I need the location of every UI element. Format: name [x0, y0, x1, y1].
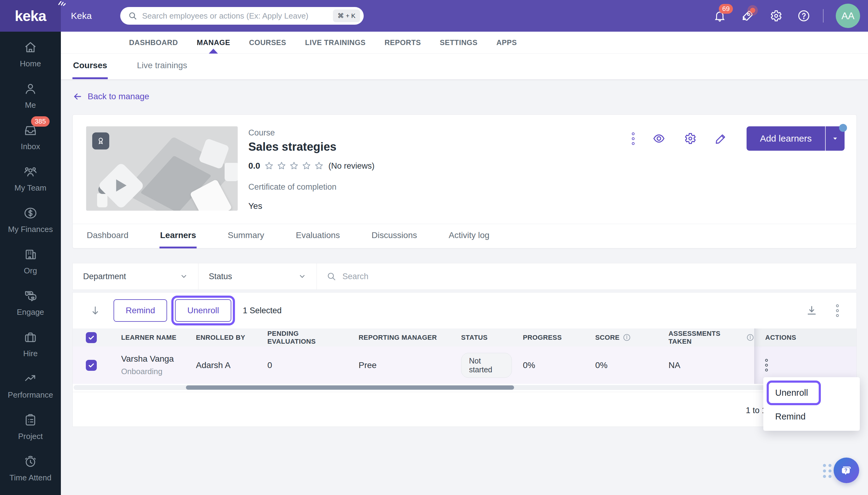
subtab-courses[interactable]: Courses: [72, 54, 108, 79]
column-header-score[interactable]: SCORE: [584, 328, 658, 346]
sidebar-item-org[interactable]: Org: [0, 240, 61, 282]
nav-tab-courses[interactable]: COURSES: [249, 32, 286, 54]
table-header: LEARNER NAME ENROLLED BY PENDING EVALUAT…: [73, 328, 856, 346]
home-icon: [23, 40, 38, 55]
nav-tab-reports[interactable]: REPORTS: [384, 32, 421, 54]
course-settings-button[interactable]: [683, 132, 697, 145]
table-footer: 1 to 1: [73, 392, 856, 428]
reviews-count: (No reviews): [328, 161, 375, 171]
column-header-pending-evaluations[interactable]: PENDING EVALUATIONS: [257, 328, 348, 346]
whats-new-button[interactable]: [741, 9, 755, 23]
sidebar-item-project[interactable]: Project: [0, 406, 61, 447]
avatar[interactable]: AA: [836, 4, 860, 28]
nav-tab-live-trainings[interactable]: LIVE TRAININGS: [305, 32, 366, 54]
back-to-manage-link[interactable]: Back to manage: [72, 91, 149, 102]
score-cell: 0%: [584, 346, 658, 384]
menu-item-unenroll[interactable]: Unenroll: [775, 388, 808, 397]
filters-bar: Department Status: [72, 263, 857, 290]
sidebar-item-hire[interactable]: Hire: [0, 323, 61, 365]
scrollbar-thumb[interactable]: [186, 386, 514, 390]
preview-course-button[interactable]: [652, 132, 665, 145]
edit-course-button[interactable]: [714, 132, 728, 145]
remind-button[interactable]: Remind: [114, 299, 167, 322]
column-header-learner-name[interactable]: LEARNER NAME: [110, 328, 185, 346]
info-icon[interactable]: [746, 334, 754, 342]
check-icon: [88, 362, 95, 369]
learner-name-cell[interactable]: Varsha Vanga Onboarding: [110, 346, 185, 384]
sidebar-item-time-attend[interactable]: Time Attend: [0, 447, 61, 489]
keka-logo[interactable]: keka: [0, 0, 61, 32]
sidebar-item-my-finances[interactable]: My Finances: [0, 199, 61, 240]
horizontal-scrollbar[interactable]: [74, 385, 855, 390]
menu-item-remind[interactable]: Remind: [763, 405, 860, 422]
sidebar-item-engage[interactable]: Engage: [0, 282, 61, 323]
tab-evaluations[interactable]: Evaluations: [295, 224, 341, 249]
notifications-button[interactable]: 69: [713, 9, 727, 23]
status-filter[interactable]: Status: [198, 263, 317, 290]
nav-tab-manage[interactable]: MANAGE: [197, 32, 230, 54]
sidebar-item-home[interactable]: Home: [0, 33, 61, 75]
team-icon: [23, 165, 38, 179]
settings-button[interactable]: [769, 9, 783, 23]
learners-table-panel: Remind Unenroll 1 Selected LEARNER NAME …: [72, 292, 857, 427]
subtab-live-trainings[interactable]: Live trainings: [136, 54, 188, 79]
tab-summary[interactable]: Summary: [227, 224, 265, 249]
sidebar-item-me[interactable]: Me: [0, 75, 61, 116]
unenroll-highlight-ring: Unenroll: [171, 295, 235, 325]
person-icon: [23, 82, 38, 96]
learner-search[interactable]: [317, 263, 856, 290]
download-button[interactable]: [805, 304, 818, 317]
chat-help-icon: ?: [840, 464, 853, 477]
sidebar-item-my-team[interactable]: My Team: [0, 158, 61, 199]
column-header-progress[interactable]: PROGRESS: [512, 328, 584, 346]
row-actions-button[interactable]: [765, 359, 768, 371]
certificate-badge: [92, 133, 109, 150]
table-more-button[interactable]: [836, 304, 839, 317]
time-attend-icon: [23, 454, 38, 469]
help-button[interactable]: [797, 9, 811, 23]
tab-learners[interactable]: Learners: [159, 224, 197, 249]
gear-icon: [683, 132, 697, 145]
learner-name: Varsha Vanga: [121, 354, 174, 364]
chat-help-button[interactable]: ?: [834, 458, 859, 483]
column-header-assessments-taken[interactable]: ASSESSMENTS TAKEN: [658, 328, 754, 346]
info-icon[interactable]: [623, 334, 631, 342]
chevron-down-icon: [180, 272, 188, 280]
select-all-checkbox[interactable]: [86, 332, 97, 343]
tab-dashboard[interactable]: Dashboard: [86, 224, 129, 249]
chevron-down-icon: [298, 272, 306, 280]
eye-icon: [652, 132, 665, 145]
tab-activity-log[interactable]: Activity log: [448, 224, 490, 249]
unenroll-button[interactable]: Unenroll: [175, 299, 231, 322]
add-learners-button[interactable]: Add learners: [747, 126, 825, 151]
rating-value: 0.0: [248, 161, 260, 171]
sidebar: Home Me 385 Inbox My Team My Finances Or…: [0, 32, 61, 495]
global-search[interactable]: ⌘ + K: [120, 7, 364, 25]
progress-cell: 0%: [512, 346, 584, 384]
global-search-input[interactable]: [142, 11, 333, 21]
column-header-reporting-manager[interactable]: REPORTING MANAGER: [348, 328, 456, 346]
sidebar-item-inbox[interactable]: 385 Inbox: [0, 116, 61, 158]
nav-tab-dashboard[interactable]: DASHBOARD: [129, 32, 178, 54]
status-badge: Not started: [461, 353, 512, 378]
row-checkbox[interactable]: [86, 360, 97, 371]
department-filter[interactable]: Department: [73, 263, 198, 290]
hire-icon: [23, 330, 38, 345]
chat-drag-handle[interactable]: [823, 464, 832, 478]
row-actions-menu: Unenroll Remind: [763, 377, 860, 431]
nav-tab-apps[interactable]: APPS: [497, 32, 517, 54]
pending-evaluations-cell: 0: [257, 346, 348, 384]
pencil-icon: [714, 132, 728, 145]
column-header-enrolled-by[interactable]: ENROLLED BY: [185, 328, 257, 346]
sort-icon[interactable]: [90, 305, 101, 316]
nav-tab-settings[interactable]: SETTINGS: [440, 32, 478, 54]
column-header-actions[interactable]: ACTIONS: [754, 328, 856, 346]
column-header-status[interactable]: STATUS: [456, 328, 512, 346]
learner-search-input[interactable]: [342, 272, 847, 281]
gear-icon: [769, 9, 782, 22]
add-learners-split-button: Add learners: [747, 126, 845, 151]
help-icon: [797, 9, 811, 22]
sidebar-item-performance[interactable]: Performance: [0, 365, 61, 406]
course-more-button[interactable]: [632, 133, 635, 145]
tab-discussions[interactable]: Discussions: [371, 224, 418, 249]
